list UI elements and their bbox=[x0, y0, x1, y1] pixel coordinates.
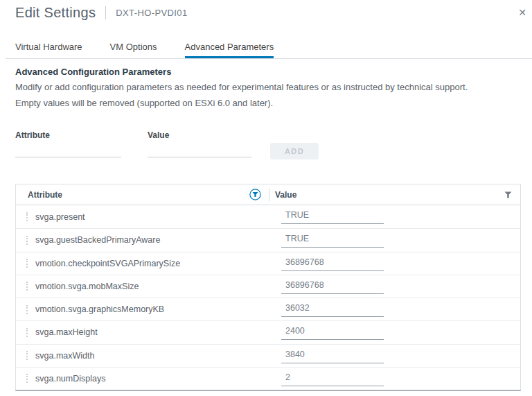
drag-handle-icon[interactable] bbox=[26, 282, 28, 291]
table-row: svga.guestBackedPrimaryAware bbox=[16, 228, 520, 251]
title-divider bbox=[105, 6, 106, 19]
drag-handle-icon[interactable] bbox=[26, 374, 28, 383]
add-parameter-form: Attribute Value ADD bbox=[15, 130, 517, 165]
row-value-input[interactable] bbox=[281, 325, 384, 340]
tab-vm-options[interactable]: VM Options bbox=[110, 42, 157, 58]
attribute-input[interactable] bbox=[15, 141, 121, 157]
attribute-name: vmotion.svga.mobMaxSize bbox=[35, 282, 139, 291]
row-value-input[interactable] bbox=[281, 232, 384, 248]
tab-advanced-parameters[interactable]: Advanced Parameters bbox=[185, 42, 274, 58]
table-row: svga.maxHeight bbox=[16, 320, 520, 343]
attribute-column-header: Attribute bbox=[16, 184, 269, 205]
table-row: vmotion.svga.graphicsMemoryKB bbox=[16, 298, 520, 320]
row-value-input[interactable] bbox=[281, 348, 384, 363]
row-value-input[interactable] bbox=[281, 302, 384, 317]
attribute-name: svga.guestBackedPrimaryAware bbox=[35, 235, 160, 245]
value-input[interactable] bbox=[148, 141, 251, 157]
drag-handle-icon[interactable] bbox=[26, 212, 28, 221]
table-row: vmotion.svga.mobMaxSize bbox=[16, 275, 520, 298]
attribute-name: svga.numDisplays bbox=[35, 374, 105, 384]
dialog-title: Edit Settings bbox=[15, 5, 96, 21]
section-heading: Advanced Configuration Parameters bbox=[15, 67, 171, 77]
drag-handle-icon[interactable] bbox=[26, 236, 28, 245]
drag-handle-icon[interactable] bbox=[26, 305, 28, 314]
row-value-input[interactable] bbox=[281, 279, 384, 294]
value-label: Value bbox=[148, 130, 169, 140]
table-row: svga.present bbox=[16, 205, 520, 228]
attribute-name: vmotion.svga.graphicsMemoryKB bbox=[35, 304, 164, 314]
description-line-2: Empty values will be removed (supported … bbox=[15, 95, 468, 111]
attribute-filter-icon[interactable] bbox=[249, 189, 261, 200]
edit-settings-dialog: { "dialog": { "title": "Edit Settings", … bbox=[0, 0, 532, 396]
drag-handle-icon[interactable] bbox=[26, 259, 28, 268]
vm-name: DXT-HO-PVDI01 bbox=[116, 8, 187, 18]
row-value-input[interactable] bbox=[281, 209, 384, 224]
table-row: vmotion.checkpointSVGAPrimarySize bbox=[16, 252, 520, 275]
table-row: svga.numDisplays bbox=[16, 367, 520, 390]
attribute-label: Attribute bbox=[15, 130, 50, 140]
row-value-input[interactable] bbox=[281, 256, 384, 271]
tab-virtual-hardware[interactable]: Virtual Hardware bbox=[15, 42, 82, 58]
drag-handle-icon[interactable] bbox=[26, 328, 28, 337]
value-column-header: Value bbox=[269, 184, 520, 205]
section-description: Modify or add configuration parameters a… bbox=[15, 79, 468, 111]
row-value-input[interactable] bbox=[281, 371, 384, 386]
close-icon[interactable]: ✕ bbox=[515, 6, 529, 19]
attribute-column-label: Attribute bbox=[28, 190, 62, 200]
drag-handle-icon[interactable] bbox=[26, 351, 28, 360]
description-line-1: Modify or add configuration parameters a… bbox=[15, 79, 468, 95]
dialog-header: Edit Settings DXT-HO-PVDI01 bbox=[15, 5, 188, 21]
value-filter-icon[interactable] bbox=[504, 191, 512, 198]
table-row: svga.maxWidth bbox=[16, 344, 520, 367]
value-column-label: Value bbox=[275, 190, 296, 200]
attribute-name: svga.maxWidth bbox=[35, 351, 94, 361]
tab-bar: Virtual Hardware VM Options Advanced Par… bbox=[6, 42, 532, 59]
attribute-name: svga.maxHeight bbox=[35, 327, 98, 337]
table-header-row: Attribute Value bbox=[16, 184, 520, 205]
add-button[interactable]: ADD bbox=[270, 143, 319, 160]
attribute-name: svga.present bbox=[35, 212, 85, 222]
attribute-name: vmotion.checkpointSVGAPrimarySize bbox=[35, 259, 180, 268]
parameters-table: Attribute Value svga.present svga.guestB… bbox=[15, 184, 521, 391]
